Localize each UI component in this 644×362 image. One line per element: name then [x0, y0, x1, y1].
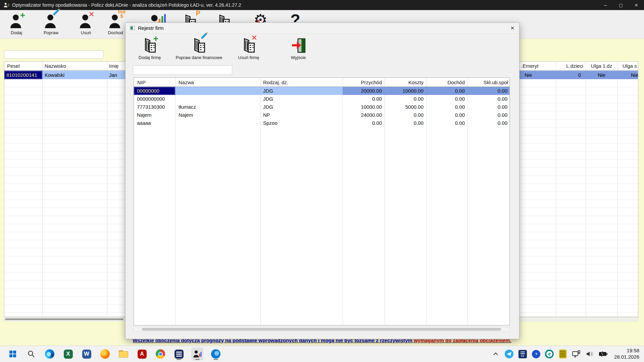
cell-nazwa[interactable]: [175, 87, 260, 95]
toolbar-dodaj-button[interactable]: + Dodaj: [0, 11, 33, 35]
col-emeryt[interactable]: .Emeryt: [521, 63, 539, 69]
cell-pesel[interactable]: 81010200141: [4, 71, 42, 79]
col-ldzieci[interactable]: L.dzieci: [556, 63, 583, 69]
network-tray-icon[interactable]: [572, 350, 581, 359]
search-icon[interactable]: [25, 348, 37, 360]
cell-przychod[interactable]: 20000.00: [343, 87, 385, 95]
dialog-filter-input[interactable]: [133, 65, 232, 74]
cell-nip[interactable]: Najem: [134, 111, 175, 119]
ledger-app-icon[interactable]: [173, 348, 185, 360]
wyjscie-button[interactable]: Wyjście: [273, 35, 324, 60]
cell-nazwisko[interactable]: Kowalski: [42, 71, 107, 79]
cell-nazwa[interactable]: [175, 95, 260, 103]
firm-row[interactable]: aaaaa Spzoo 0.00 0.00 0.00 0.00: [134, 119, 509, 127]
cell-skl[interactable]: 0.00: [467, 95, 509, 103]
cell-rodzaj[interactable]: Spzoo: [260, 119, 343, 127]
toolbar-usun-button[interactable]: ✕ Usuń: [70, 11, 102, 35]
docs-tray-icon[interactable]: [518, 350, 527, 359]
battery-tray-icon[interactable]: [599, 350, 608, 359]
cell-przychod[interactable]: 0.00: [343, 95, 385, 103]
cell-ulga1dz[interactable]: Nie: [586, 71, 617, 79]
firm-row-selected[interactable]: 00000000 JDG 20000.00 10000.00 0.00 0.00: [134, 87, 509, 95]
hscroll-thumb[interactable]: [5, 318, 123, 320]
col-dochod[interactable]: Dochód: [426, 80, 465, 85]
col-ulgas[interactable]: Ulga s: [623, 63, 637, 69]
excel-icon[interactable]: X: [62, 348, 74, 360]
firm-row[interactable]: 0000000000 JDG 0.00 0.00 0.00 0.00: [134, 95, 509, 103]
cell-skl[interactable]: 0.00: [467, 119, 509, 127]
col-skl[interactable]: Skł.ub.społ: [467, 80, 508, 85]
cell-dochod[interactable]: 0.00: [426, 87, 467, 95]
volume-tray-icon[interactable]: [585, 350, 594, 359]
tray-chevron-up-icon[interactable]: [491, 350, 500, 359]
col-nip[interactable]: NIP: [137, 80, 146, 85]
cell-rodzaj[interactable]: JDG: [260, 87, 343, 95]
cell-ulgas[interactable]: Nie: [617, 71, 638, 79]
maximize-button[interactable]: ▢: [613, 0, 629, 10]
firefox-icon[interactable]: [99, 348, 111, 360]
cell-nazwa[interactable]: [175, 119, 260, 127]
col-ulga1dz[interactable]: Ulga 1.dz: [586, 63, 617, 69]
cell-dochod[interactable]: 0.00: [426, 95, 467, 103]
acrobat-icon[interactable]: A: [136, 348, 148, 360]
toolbar-popraw-button[interactable]: Popraw: [35, 11, 67, 35]
chrome-icon[interactable]: [154, 348, 166, 360]
skype-app-icon[interactable]: [210, 348, 222, 360]
col-koszty[interactable]: Koszty: [385, 80, 424, 85]
word-icon[interactable]: W: [81, 348, 93, 360]
cell-nip[interactable]: aaaaa: [134, 119, 175, 127]
cell-przychod[interactable]: 24000.00: [343, 111, 385, 119]
start-button[interactable]: [7, 348, 19, 360]
cell-nazwa[interactable]: Najem: [175, 111, 260, 119]
cell-rodzaj[interactable]: JDG: [260, 103, 343, 111]
col-imie[interactable]: Imię: [109, 63, 118, 69]
cell-nazwa[interactable]: tłumacz: [175, 103, 260, 111]
main-filter-input[interactable]: [4, 50, 103, 59]
cell-skl[interactable]: 0.00: [467, 87, 509, 95]
close-button[interactable]: ✕: [629, 0, 644, 10]
dodaj-firme-button[interactable]: + Dodaj firmę: [125, 35, 175, 60]
cell-koszty[interactable]: 0.00: [385, 119, 426, 127]
cell-dochod[interactable]: 0.00: [426, 111, 467, 119]
usun-firme-button[interactable]: ✕ Usuń firmę: [224, 35, 274, 60]
cell-rodzaj[interactable]: NP: [260, 111, 343, 119]
cell-koszty[interactable]: 0.00: [385, 95, 426, 103]
popraw-dane-finansowe-button[interactable]: Popraw dane finansowe: [174, 35, 224, 60]
telegram-tray-icon[interactable]: [505, 350, 514, 359]
cell-dochod[interactable]: 0.00: [426, 119, 467, 127]
cell-skl[interactable]: 0.00: [467, 111, 509, 119]
cell-koszty[interactable]: 10000.00: [385, 87, 426, 95]
cell-rodzaj[interactable]: JDG: [260, 95, 343, 103]
cell-ldzieci[interactable]: 0: [556, 71, 586, 79]
cell-dochod[interactable]: 0.00: [426, 103, 467, 111]
cell-emeryt[interactable]: Nie: [520, 71, 556, 79]
cell-skl[interactable]: 0.00: [467, 103, 509, 111]
col-pesel[interactable]: Pesel: [7, 63, 20, 69]
cell-koszty[interactable]: 5000.00: [385, 103, 426, 111]
dialog-close-button[interactable]: ✕: [506, 23, 519, 33]
cell-nip[interactable]: 7773130300: [134, 103, 175, 111]
file-explorer-icon[interactable]: [117, 348, 130, 360]
col-nazwa[interactable]: Nazwa: [179, 80, 194, 85]
col-rodzaj[interactable]: Rodzaj. dz.: [263, 80, 288, 85]
tray-time: 19:58: [614, 348, 639, 354]
smartcard-tray-icon[interactable]: [558, 350, 567, 359]
col-przychod[interactable]: Przychód: [343, 80, 382, 85]
cell-koszty[interactable]: 0.00: [385, 111, 426, 119]
minimize-button[interactable]: ─: [598, 0, 613, 10]
cell-przychod[interactable]: 10000.00: [343, 103, 385, 111]
cell-nip[interactable]: 00000000: [134, 87, 175, 95]
eset-tray-icon[interactable]: e: [545, 350, 554, 359]
plus-badge-icon: +: [20, 10, 25, 20]
clock-tray-icon[interactable]: [532, 350, 541, 359]
firm-row[interactable]: 7773130300 tłumacz JDG 10000.00 5000.00 …: [134, 103, 509, 111]
col-nazwisko[interactable]: Nazwisko: [45, 63, 66, 69]
cell-przychod[interactable]: 0.00: [343, 119, 385, 127]
firms-table-hscrollbar[interactable]: [134, 327, 510, 332]
hscroll-thumb[interactable]: [142, 328, 501, 330]
firm-row[interactable]: Najem Najem NP 24000.00 0.00 0.00 0.00: [134, 111, 509, 119]
cell-nip[interactable]: 0000000000: [134, 95, 175, 103]
edge-browser-icon[interactable]: [44, 348, 56, 360]
optymalizator-app-icon[interactable]: [191, 348, 203, 360]
tray-clock[interactable]: 19:58 28.01.2026: [614, 348, 639, 360]
